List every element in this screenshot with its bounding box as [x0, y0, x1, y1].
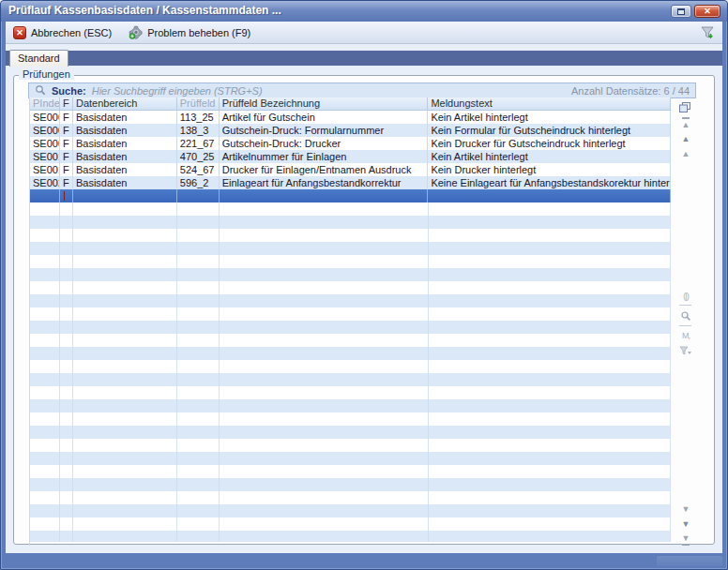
search-label: Suche: — [52, 85, 86, 97]
table-cell: Drucker für Einlagen/Entnamen Ausdruck — [220, 163, 429, 176]
groupbox-label: Prüfungen — [19, 68, 74, 80]
maximize-icon — [677, 8, 685, 15]
cancel-label: Abbrechen (ESC) — [31, 27, 112, 38]
table-row[interactable]: SE0007FBasisdaten113_25Artikel für Gutsc… — [30, 111, 671, 124]
column-header-meldungstext[interactable]: Meldungstext — [428, 98, 671, 110]
table-cell: F — [60, 111, 73, 124]
app-window: Prüflauf Kassenbasisdaten / Kassenstammd… — [0, 0, 728, 570]
table-cell: Kein Drucker hinterlegt — [428, 163, 671, 176]
table-cell: Basisdaten — [73, 176, 177, 189]
client-area: ✕ Abbrechen (ESC) — [6, 22, 722, 553]
pruefungen-groupbox: Suche: Hier Suchbegriff eingeben (STRG+S… — [13, 75, 715, 545]
search-icon — [35, 84, 46, 98]
column-header-f[interactable]: F — [60, 98, 73, 110]
table-cell: SE0009 — [30, 137, 60, 150]
table-cell — [220, 189, 429, 202]
table-cell — [177, 189, 220, 202]
column-separator — [176, 202, 177, 542]
column-separator — [219, 202, 220, 542]
table-cell — [73, 189, 177, 202]
fix-problem-button[interactable]: Problem beheben (F9) — [129, 25, 250, 39]
table-row[interactable]: SE0021FBasisdaten596_2Einlageart für Anf… — [30, 176, 671, 189]
column-separator — [72, 202, 73, 542]
table-cell: Basisdaten — [73, 163, 177, 176]
tab-standard[interactable]: Standard — [9, 50, 68, 67]
table-cell — [60, 189, 73, 202]
maximize-button[interactable] — [671, 5, 691, 18]
table-cell: Gutschein-Druck: Formularnummer — [220, 124, 429, 137]
table-cell: Basisdaten — [73, 111, 177, 124]
divider — [679, 325, 691, 326]
table-cell: SE0019 — [30, 163, 60, 176]
scroll-top-icon[interactable]: ▲ — [678, 117, 693, 130]
toolbar: ✕ Abbrechen (ESC) — [6, 22, 722, 44]
table-cell: Gutschein-Druck: Drucker — [220, 137, 429, 150]
table-row[interactable]: SE0008FBasisdaten138_3Gutschein-Druck: F… — [30, 124, 671, 137]
column-header-prueffeld[interactable]: Prüffeld — [177, 98, 220, 110]
table-row[interactable]: SE0019FBasisdaten524_67Drucker für Einla… — [30, 163, 671, 176]
copy-icon[interactable] — [679, 99, 690, 110]
column-separator — [428, 202, 429, 542]
table-cell: F — [60, 124, 73, 137]
table-cell: F — [60, 137, 73, 150]
page-up-icon[interactable]: ▲ — [678, 133, 693, 146]
results-grid: PIndex▼FDatenbereichPrüffeldPrüffeld Bez… — [29, 98, 671, 546]
search-placeholder: Hier Suchbegriff eingeben (STRG+S) — [92, 85, 263, 97]
fit-columns-icon[interactable]: (|) — [678, 291, 693, 304]
grid-side-toolbar: ▲ ▲ ▲ (|) M, — [675, 98, 696, 546]
table-cell: SE0016 — [30, 150, 60, 163]
fix-problem-label: Problem beheben (F9) — [147, 27, 250, 38]
table-cell: SE0021 — [30, 176, 60, 189]
filter-funnel-icon[interactable] — [700, 25, 715, 40]
page-down-icon[interactable]: ▼ — [678, 518, 693, 532]
table-cell: Basisdaten — [73, 150, 177, 163]
resize-grip[interactable] — [657, 556, 722, 566]
table-cell: 138_3 — [177, 124, 220, 137]
table-row[interactable]: SE0009FBasisdaten221_67Gutschein-Druck: … — [30, 137, 671, 150]
table-cell: 113_25 — [177, 111, 220, 124]
window-controls: ✕ — [671, 5, 720, 18]
column-separator — [59, 202, 60, 542]
table-cell: Artikelnummer für Einlagen — [220, 150, 429, 163]
summary-icon[interactable]: M, — [678, 330, 693, 343]
titlebar: Prüflauf Kassenbasisdaten / Kassenstammd… — [1, 1, 727, 22]
table-cell: SE0007 — [30, 111, 60, 124]
table-cell: Kein Formular für Gutscheindruck hinterl… — [428, 124, 671, 137]
table-cell: 524_67 — [177, 163, 220, 176]
column-header-datenbereich[interactable]: Datenbereich — [73, 98, 177, 110]
table-cell: Basisdaten — [73, 137, 177, 150]
column-header-prueffeld-bezeichnung[interactable]: Prüffeld Bezeichnung — [220, 98, 429, 110]
scroll-bottom-icon[interactable]: ▼ — [678, 532, 693, 546]
close-button[interactable]: ✕ — [694, 5, 720, 18]
table-cell: 596_2 — [177, 176, 220, 189]
table-cell: Artikel für Gutschein — [220, 111, 429, 124]
table-cell: 470_25 — [177, 150, 220, 163]
table-cell: F — [60, 163, 73, 176]
divider — [679, 305, 691, 306]
row-up-icon[interactable]: ▲ — [678, 148, 693, 161]
table-cell: Kein Artikel hinterlegt — [428, 111, 671, 124]
tab-strip — [6, 51, 722, 66]
table-row[interactable]: SE0016FBasisdaten470_25Artikelnummer für… — [30, 150, 671, 163]
table-cell: Keine Einlageart für Anfangsbestandskore… — [428, 176, 671, 189]
grid-empty-area[interactable] — [30, 202, 671, 542]
record-count: Anzahl Datensätze: 6 / 44 — [571, 85, 690, 97]
table-cell: Einlageart für Anfangsbestandkorrektur — [220, 176, 429, 189]
table-cell: Kein Drucker für Gutscheindruck hinterle… — [428, 137, 671, 150]
table-cell: Basisdaten — [73, 124, 177, 137]
table-cell: SE0008 — [30, 124, 60, 137]
column-header-pindex[interactable]: PIndex▼ — [30, 98, 60, 110]
table-cell — [30, 189, 60, 202]
row-down-icon[interactable]: ▼ — [678, 503, 693, 517]
close-icon: ✕ — [704, 7, 711, 16]
table-cell: Kein Artikel hinterlegt — [428, 150, 671, 163]
search-input[interactable]: Suche: Hier Suchbegriff eingeben (STRG+S… — [28, 82, 696, 98]
selected-row[interactable] — [30, 189, 671, 202]
grid-filter-icon[interactable] — [678, 346, 693, 359]
grid-search-icon[interactable] — [678, 310, 693, 323]
grid-header: PIndex▼FDatenbereichPrüffeldPrüffeld Bez… — [30, 98, 671, 111]
grid-body: SE0007FBasisdaten113_25Artikel für Gutsc… — [30, 111, 671, 189]
window-title: Prüflauf Kassenbasisdaten / Kassenstammd… — [8, 1, 281, 21]
cancel-button[interactable]: ✕ Abbrechen (ESC) — [13, 26, 112, 39]
gear-icon — [129, 25, 143, 39]
